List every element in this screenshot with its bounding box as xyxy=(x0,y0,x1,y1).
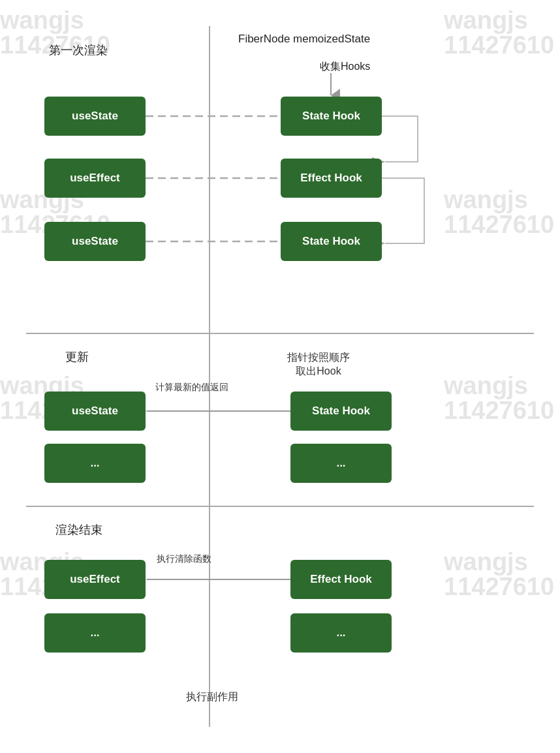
re-dots-right-box: ... xyxy=(290,613,392,653)
update-label: 更新 xyxy=(65,349,89,365)
fr-useEffect-box: useEffect xyxy=(44,159,146,198)
exec-effect-label: 执行副作用 xyxy=(186,690,238,704)
re-dots-left-box: ... xyxy=(44,613,146,653)
watermark-3: wangjs xyxy=(444,7,528,35)
re-useEffect-box: useEffect xyxy=(44,560,146,599)
watermark-15: wangjs xyxy=(444,548,528,576)
watermark-8: 11427610 xyxy=(444,211,554,239)
up-dots-left-box: ... xyxy=(44,444,146,483)
fr-useState1-box: useState xyxy=(44,97,146,136)
fr-effectHook-box: Effect Hook xyxy=(281,159,382,198)
watermark-11: wangjs xyxy=(444,372,528,400)
watermark-16: 11427610 xyxy=(444,573,554,601)
re-effectHook-box: Effect Hook xyxy=(290,560,392,599)
collect-hooks-label: 收集Hooks xyxy=(320,60,370,74)
fr-stateHook1-box: State Hook xyxy=(281,97,382,136)
watermark-4: 11427610 xyxy=(444,31,554,59)
watermark-1: wangjs xyxy=(0,7,84,35)
center-divider xyxy=(209,26,210,727)
pointer-label: 指针按照顺序 取出Hook xyxy=(287,351,350,378)
up-dots-right-box: ... xyxy=(290,444,392,483)
watermark-7: wangjs xyxy=(444,186,528,214)
exec-cleanup-label: 执行清除函数 xyxy=(157,553,211,565)
up-useState-box: useState xyxy=(44,392,146,431)
render-end-label: 渲染结束 xyxy=(55,522,102,538)
calc-return-label: 计算最新的值返回 xyxy=(155,382,228,393)
fibernode-label: FiberNode memoizedState xyxy=(238,33,370,46)
hline-1 xyxy=(26,333,534,334)
fr-useState2-box: useState xyxy=(44,222,146,261)
fr-stateHook2-box: State Hook xyxy=(281,222,382,261)
watermark-12: 11427610 xyxy=(444,397,554,425)
first-render-label: 第一次渲染 xyxy=(49,42,108,58)
hline-2 xyxy=(26,506,534,507)
up-stateHook-box: State Hook xyxy=(290,392,392,431)
